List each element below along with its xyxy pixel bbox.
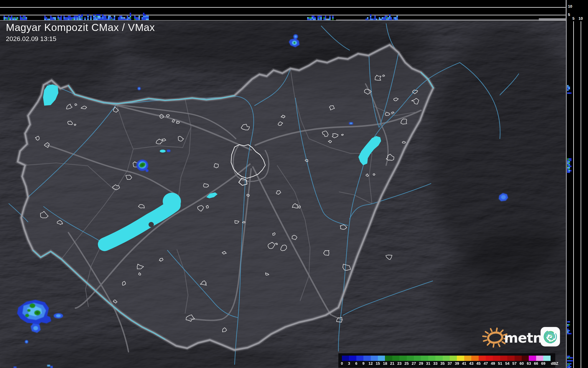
echo-pixel <box>26 19 27 20</box>
small-reservoir <box>160 150 166 153</box>
top-profile-5km-gridline <box>0 15 566 15</box>
echo-pixel <box>77 19 78 20</box>
legend-tick-label: 12 <box>367 361 374 366</box>
sun-ring <box>487 332 503 344</box>
echo-pixel <box>55 19 56 20</box>
legend-segment <box>536 356 543 361</box>
legend-tick-label: 47 <box>482 361 489 366</box>
legend-tick-label: 27 <box>410 361 417 366</box>
sun-ray <box>483 336 486 336</box>
app-icon-background <box>541 327 560 346</box>
legend-segment <box>378 356 385 361</box>
echo-pixel <box>81 14 83 16</box>
echo-pixel <box>139 16 140 17</box>
echo-pixel <box>396 19 398 20</box>
echo-pixel <box>84 17 86 19</box>
echo-pixel <box>389 14 391 16</box>
sun-ray <box>497 328 497 331</box>
echo-pixel <box>139 17 140 19</box>
legend-tick-label: 9 <box>360 361 367 366</box>
legend-tick-label: 29 <box>417 361 424 366</box>
echo-pixel <box>114 16 115 17</box>
echo-pixel <box>332 17 334 19</box>
echo-pixel <box>81 16 83 17</box>
right-profile-5km-gridline <box>573 21 574 368</box>
echo-pixel <box>81 17 83 19</box>
echo-pixel <box>77 17 78 19</box>
echo-pixel <box>60 16 62 17</box>
echo-pixel <box>55 17 56 19</box>
legend-segment <box>493 356 500 361</box>
legend-tick-label: 43 <box>468 361 475 366</box>
echo-pixel <box>367 19 368 20</box>
echo-pixel <box>17 17 18 19</box>
legend-tick-label: 3 <box>345 361 353 366</box>
echo-pixel <box>130 16 131 17</box>
legend-segment <box>543 356 551 361</box>
legend-tick-label: 21 <box>389 361 396 366</box>
legend-tick-label: 6 <box>353 361 360 366</box>
legend-tick-label: 51 <box>497 361 504 366</box>
right-axis-label-10: 10 <box>579 17 583 20</box>
height-axis-label-10: 10 <box>568 4 572 8</box>
legend-tick-label: 23 <box>396 361 403 366</box>
echo-pixel <box>329 19 331 20</box>
echo-pixel <box>84 19 86 20</box>
echo-pixel <box>570 166 571 167</box>
echo-pixel <box>570 333 571 334</box>
echo-pixel <box>77 16 78 17</box>
tihany-peninsula <box>149 222 154 227</box>
sun-ray <box>493 344 494 347</box>
echo-pixel <box>90 16 92 17</box>
legend-segment <box>507 356 515 361</box>
echo-pixel <box>332 19 334 20</box>
echo-pixel <box>569 324 570 326</box>
legend-segment <box>435 356 443 361</box>
echo-pixel <box>396 17 398 19</box>
right-axis-label-5: 5 <box>572 17 574 20</box>
echo-pixel <box>570 366 571 367</box>
legend-segment <box>414 356 421 361</box>
legend-tick-label: 35 <box>439 361 446 366</box>
legend-tick-label: 31 <box>425 361 432 366</box>
echo-pixel <box>570 170 571 171</box>
echo-pixel <box>329 16 331 17</box>
sun-ray <box>491 329 492 331</box>
legend-tick-label: 39 <box>453 361 460 366</box>
reflectivity-legend: 0369121518212325272931333537394143454749… <box>338 353 555 368</box>
right-profile-10km-gridline <box>581 21 581 368</box>
echo-pixel <box>81 19 83 20</box>
echo-pixel <box>391 19 392 20</box>
echo-pixel <box>130 13 131 14</box>
sun-ray <box>484 340 487 341</box>
legend-segment <box>464 356 472 361</box>
echo-pixel <box>376 19 377 20</box>
legend-tick-label: 54 <box>504 361 511 366</box>
echo-pixel <box>90 19 92 20</box>
top-profile-10km-gridline <box>0 7 566 8</box>
legend-segment <box>385 356 392 361</box>
echo-pixel <box>147 16 149 17</box>
echo-pixel <box>147 17 149 19</box>
sun-ray <box>485 332 488 333</box>
lake-balaton-ne-basin <box>163 193 181 210</box>
echo-pixel <box>90 17 92 19</box>
echo-pixel <box>325 16 326 17</box>
title-block: Magyar Kompozit CMax / VMax 2026.02.09 1… <box>6 21 155 43</box>
echo-pixel <box>329 17 331 19</box>
legend-tick-label: 69 <box>540 361 547 366</box>
radar-map <box>0 21 566 368</box>
legend-segment <box>392 356 400 361</box>
echo-pixel <box>570 363 571 364</box>
legend-segment <box>479 356 486 361</box>
legend-segment <box>363 356 371 361</box>
legend-segment <box>486 356 493 361</box>
echo-pixel <box>569 330 570 331</box>
echo-pixel <box>105 16 106 17</box>
echo-pixel <box>570 160 571 161</box>
legend-segment <box>342 356 349 361</box>
sun-ray <box>487 343 490 345</box>
top-profile-baseline-right <box>539 18 566 21</box>
echo-pixel <box>332 16 334 17</box>
legend-segment <box>529 356 536 361</box>
